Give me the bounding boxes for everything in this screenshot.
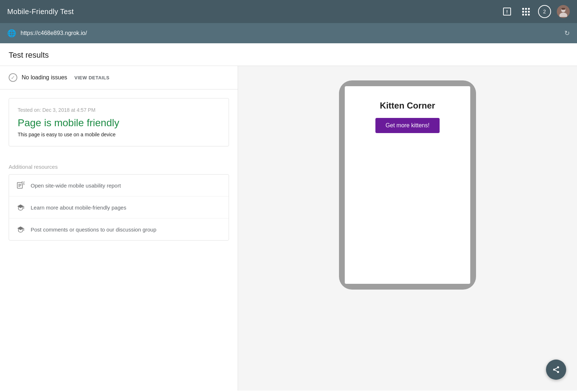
- discussion-text: Post comments or questions to our discus…: [31, 226, 157, 233]
- learn-icon: [16, 203, 25, 212]
- apps-button[interactable]: [519, 5, 532, 18]
- app-title: Mobile-Friendly Test: [7, 8, 74, 16]
- svg-line-19: [555, 368, 557, 369]
- svg-point-15: [557, 366, 559, 369]
- resources-list: Open site-wide mobile usability report L…: [9, 174, 229, 241]
- avatar-image: [558, 6, 569, 17]
- usability-report-text: Open site-wide mobile usability report: [31, 182, 121, 189]
- phone-cta-button[interactable]: Get more kittens!: [375, 118, 440, 133]
- additional-resources: Additional resources: [0, 155, 238, 249]
- view-details-link[interactable]: VIEW DETAILS: [74, 75, 109, 80]
- check-icon: ✓: [9, 73, 17, 82]
- resource-item-discussion[interactable]: Post comments or questions to our discus…: [9, 219, 229, 240]
- mobile-friendly-title: Page is mobile friendly: [18, 117, 220, 129]
- discussion-icon: [16, 225, 25, 234]
- svg-point-16: [553, 369, 555, 371]
- mobile-friendly-desc: This page is easy to use on a mobile dev…: [18, 132, 220, 137]
- main-content: Test results ✓ No loading issues VIEW DE…: [0, 43, 577, 392]
- grid-icon: [522, 8, 530, 16]
- url-bar: 🌐 ↻: [0, 23, 577, 43]
- right-column: Kitten Corner Get more kittens!: [238, 66, 577, 391]
- svg-rect-3: [561, 8, 565, 10]
- svg-rect-6: [18, 185, 21, 186]
- feedback-icon: [503, 8, 511, 16]
- resource-item-learn[interactable]: Learn more about mobile-friendly pages: [9, 197, 229, 219]
- resource-item-usability[interactable]: Open site-wide mobile usability report: [9, 175, 229, 197]
- learn-more-text: Learn more about mobile-friendly pages: [31, 204, 126, 211]
- phone-mockup: Kitten Corner Get more kittens!: [339, 80, 476, 290]
- resources-title: Additional resources: [9, 164, 229, 170]
- svg-rect-7: [18, 186, 20, 187]
- phone-screen: Kitten Corner Get more kittens!: [345, 86, 470, 284]
- notification-badge[interactable]: 2: [538, 5, 551, 18]
- tested-on-text: Tested on: Dec 3, 2018 at 4:57 PM: [18, 107, 220, 113]
- loading-issues-bar: ✓ No loading issues VIEW DETAILS: [0, 66, 238, 89]
- share-icon: [552, 366, 560, 374]
- svg-rect-10: [23, 183, 24, 184]
- two-column-layout: ✓ No loading issues VIEW DETAILS Tested …: [0, 66, 577, 391]
- svg-point-17: [557, 371, 559, 373]
- test-results-header: Test results: [0, 43, 577, 66]
- svg-rect-8: [22, 181, 25, 185]
- header-actions: 2: [501, 5, 570, 18]
- avatar[interactable]: [557, 5, 570, 18]
- share-fab-button[interactable]: [546, 360, 566, 380]
- url-input[interactable]: [21, 30, 560, 36]
- app-header: Mobile-Friendly Test 2: [0, 0, 577, 23]
- result-card: Tested on: Dec 3, 2018 at 4:57 PM Page i…: [9, 98, 229, 146]
- feedback-button[interactable]: [501, 5, 514, 18]
- test-results-title: Test results: [9, 50, 568, 60]
- svg-line-18: [555, 370, 557, 371]
- phone-site-title: Kitten Corner: [380, 101, 435, 111]
- left-column: ✓ No loading issues VIEW DETAILS Tested …: [0, 66, 238, 391]
- refresh-icon[interactable]: ↻: [564, 29, 570, 37]
- svg-rect-5: [18, 184, 21, 185]
- usability-report-icon: [16, 181, 25, 190]
- svg-rect-9: [23, 182, 24, 183]
- no-loading-text: No loading issues: [22, 74, 67, 81]
- globe-icon: 🌐: [7, 29, 16, 38]
